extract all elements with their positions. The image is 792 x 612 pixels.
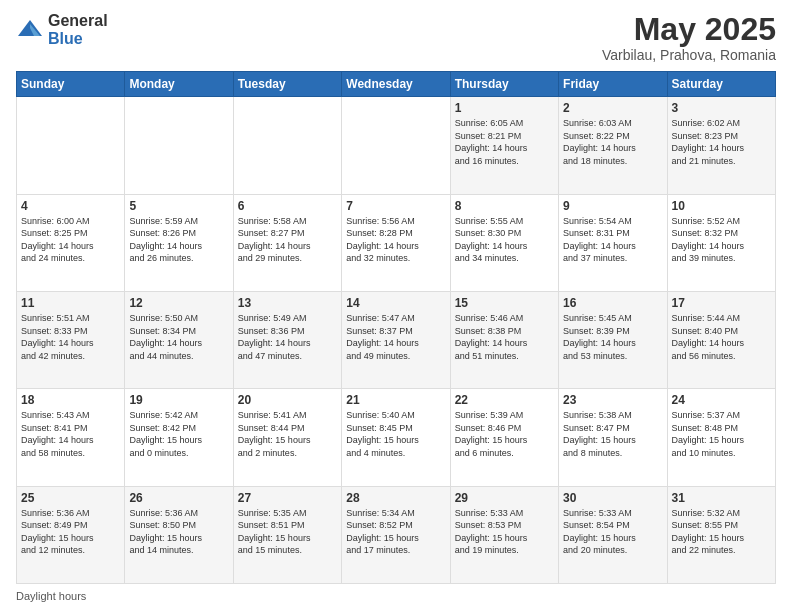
day-number: 17 (672, 296, 771, 310)
col-sunday: Sunday (17, 72, 125, 97)
cell-w4-d3: 20Sunrise: 5:41 AMSunset: 8:44 PMDayligh… (233, 389, 341, 486)
calendar-body: 1Sunrise: 6:05 AMSunset: 8:21 PMDaylight… (17, 97, 776, 584)
calendar-table: Sunday Monday Tuesday Wednesday Thursday… (16, 71, 776, 584)
day-info: Sunrise: 5:50 AMSunset: 8:34 PMDaylight:… (129, 312, 228, 362)
cell-w4-d6: 23Sunrise: 5:38 AMSunset: 8:47 PMDayligh… (559, 389, 667, 486)
cell-w1-d1 (17, 97, 125, 194)
day-info: Sunrise: 5:58 AMSunset: 8:27 PMDaylight:… (238, 215, 337, 265)
cell-w5-d6: 30Sunrise: 5:33 AMSunset: 8:54 PMDayligh… (559, 486, 667, 583)
day-info: Sunrise: 6:00 AMSunset: 8:25 PMDaylight:… (21, 215, 120, 265)
day-number: 7 (346, 199, 445, 213)
day-info: Sunrise: 5:55 AMSunset: 8:30 PMDaylight:… (455, 215, 554, 265)
day-info: Sunrise: 5:40 AMSunset: 8:45 PMDaylight:… (346, 409, 445, 459)
day-number: 13 (238, 296, 337, 310)
day-number: 9 (563, 199, 662, 213)
day-number: 30 (563, 491, 662, 505)
day-info: Sunrise: 5:33 AMSunset: 8:53 PMDaylight:… (455, 507, 554, 557)
day-number: 24 (672, 393, 771, 407)
cell-w2-d5: 8Sunrise: 5:55 AMSunset: 8:30 PMDaylight… (450, 194, 558, 291)
cell-w3-d2: 12Sunrise: 5:50 AMSunset: 8:34 PMDayligh… (125, 291, 233, 388)
week-row-1: 1Sunrise: 6:05 AMSunset: 8:21 PMDaylight… (17, 97, 776, 194)
logo-icon (16, 16, 44, 44)
cell-w4-d7: 24Sunrise: 5:37 AMSunset: 8:48 PMDayligh… (667, 389, 775, 486)
day-number: 20 (238, 393, 337, 407)
cell-w1-d6: 2Sunrise: 6:03 AMSunset: 8:22 PMDaylight… (559, 97, 667, 194)
day-number: 12 (129, 296, 228, 310)
day-info: Sunrise: 5:59 AMSunset: 8:26 PMDaylight:… (129, 215, 228, 265)
day-number: 18 (21, 393, 120, 407)
day-info: Sunrise: 5:54 AMSunset: 8:31 PMDaylight:… (563, 215, 662, 265)
day-number: 2 (563, 101, 662, 115)
cell-w2-d6: 9Sunrise: 5:54 AMSunset: 8:31 PMDaylight… (559, 194, 667, 291)
day-number: 10 (672, 199, 771, 213)
cell-w4-d5: 22Sunrise: 5:39 AMSunset: 8:46 PMDayligh… (450, 389, 558, 486)
day-info: Sunrise: 5:52 AMSunset: 8:32 PMDaylight:… (672, 215, 771, 265)
cell-w5-d1: 25Sunrise: 5:36 AMSunset: 8:49 PMDayligh… (17, 486, 125, 583)
day-info: Sunrise: 5:35 AMSunset: 8:51 PMDaylight:… (238, 507, 337, 557)
col-wednesday: Wednesday (342, 72, 450, 97)
day-number: 19 (129, 393, 228, 407)
day-info: Sunrise: 5:33 AMSunset: 8:54 PMDaylight:… (563, 507, 662, 557)
day-number: 3 (672, 101, 771, 115)
cell-w5-d4: 28Sunrise: 5:34 AMSunset: 8:52 PMDayligh… (342, 486, 450, 583)
day-info: Sunrise: 5:43 AMSunset: 8:41 PMDaylight:… (21, 409, 120, 459)
day-info: Sunrise: 5:46 AMSunset: 8:38 PMDaylight:… (455, 312, 554, 362)
week-row-5: 25Sunrise: 5:36 AMSunset: 8:49 PMDayligh… (17, 486, 776, 583)
col-tuesday: Tuesday (233, 72, 341, 97)
calendar-header: Sunday Monday Tuesday Wednesday Thursday… (17, 72, 776, 97)
week-row-2: 4Sunrise: 6:00 AMSunset: 8:25 PMDaylight… (17, 194, 776, 291)
cell-w3-d3: 13Sunrise: 5:49 AMSunset: 8:36 PMDayligh… (233, 291, 341, 388)
day-info: Sunrise: 5:39 AMSunset: 8:46 PMDaylight:… (455, 409, 554, 459)
day-info: Sunrise: 5:45 AMSunset: 8:39 PMDaylight:… (563, 312, 662, 362)
cell-w2-d3: 6Sunrise: 5:58 AMSunset: 8:27 PMDaylight… (233, 194, 341, 291)
cell-w3-d4: 14Sunrise: 5:47 AMSunset: 8:37 PMDayligh… (342, 291, 450, 388)
location-subtitle: Varbilau, Prahova, Romania (602, 47, 776, 63)
col-monday: Monday (125, 72, 233, 97)
day-number: 21 (346, 393, 445, 407)
cell-w5-d5: 29Sunrise: 5:33 AMSunset: 8:53 PMDayligh… (450, 486, 558, 583)
day-info: Sunrise: 5:51 AMSunset: 8:33 PMDaylight:… (21, 312, 120, 362)
day-info: Sunrise: 5:56 AMSunset: 8:28 PMDaylight:… (346, 215, 445, 265)
cell-w1-d4 (342, 97, 450, 194)
day-info: Sunrise: 5:47 AMSunset: 8:37 PMDaylight:… (346, 312, 445, 362)
day-info: Sunrise: 5:38 AMSunset: 8:47 PMDaylight:… (563, 409, 662, 459)
page: General Blue May 2025 Varbilau, Prahova,… (0, 0, 792, 612)
cell-w2-d4: 7Sunrise: 5:56 AMSunset: 8:28 PMDaylight… (342, 194, 450, 291)
day-number: 6 (238, 199, 337, 213)
col-thursday: Thursday (450, 72, 558, 97)
day-number: 22 (455, 393, 554, 407)
day-number: 4 (21, 199, 120, 213)
cell-w3-d7: 17Sunrise: 5:44 AMSunset: 8:40 PMDayligh… (667, 291, 775, 388)
cell-w1-d2 (125, 97, 233, 194)
day-number: 26 (129, 491, 228, 505)
logo-blue-text: Blue (48, 30, 108, 48)
day-number: 11 (21, 296, 120, 310)
cell-w3-d6: 16Sunrise: 5:45 AMSunset: 8:39 PMDayligh… (559, 291, 667, 388)
day-info: Sunrise: 5:37 AMSunset: 8:48 PMDaylight:… (672, 409, 771, 459)
day-number: 15 (455, 296, 554, 310)
cell-w4-d2: 19Sunrise: 5:42 AMSunset: 8:42 PMDayligh… (125, 389, 233, 486)
cell-w2-d7: 10Sunrise: 5:52 AMSunset: 8:32 PMDayligh… (667, 194, 775, 291)
day-number: 5 (129, 199, 228, 213)
cell-w1-d5: 1Sunrise: 6:05 AMSunset: 8:21 PMDaylight… (450, 97, 558, 194)
footer: Daylight hours (16, 590, 776, 602)
cell-w3-d1: 11Sunrise: 5:51 AMSunset: 8:33 PMDayligh… (17, 291, 125, 388)
month-title: May 2025 (602, 12, 776, 47)
day-info: Sunrise: 6:05 AMSunset: 8:21 PMDaylight:… (455, 117, 554, 167)
day-info: Sunrise: 5:36 AMSunset: 8:50 PMDaylight:… (129, 507, 228, 557)
week-row-3: 11Sunrise: 5:51 AMSunset: 8:33 PMDayligh… (17, 291, 776, 388)
cell-w5-d2: 26Sunrise: 5:36 AMSunset: 8:50 PMDayligh… (125, 486, 233, 583)
day-info: Sunrise: 5:49 AMSunset: 8:36 PMDaylight:… (238, 312, 337, 362)
week-row-4: 18Sunrise: 5:43 AMSunset: 8:41 PMDayligh… (17, 389, 776, 486)
day-number: 27 (238, 491, 337, 505)
cell-w4-d4: 21Sunrise: 5:40 AMSunset: 8:45 PMDayligh… (342, 389, 450, 486)
cell-w1-d3 (233, 97, 341, 194)
cell-w3-d5: 15Sunrise: 5:46 AMSunset: 8:38 PMDayligh… (450, 291, 558, 388)
logo: General Blue (16, 12, 108, 47)
cell-w1-d7: 3Sunrise: 6:02 AMSunset: 8:23 PMDaylight… (667, 97, 775, 194)
logo-general-text: General (48, 12, 108, 30)
day-number: 31 (672, 491, 771, 505)
day-number: 14 (346, 296, 445, 310)
header-row: Sunday Monday Tuesday Wednesday Thursday… (17, 72, 776, 97)
day-number: 8 (455, 199, 554, 213)
